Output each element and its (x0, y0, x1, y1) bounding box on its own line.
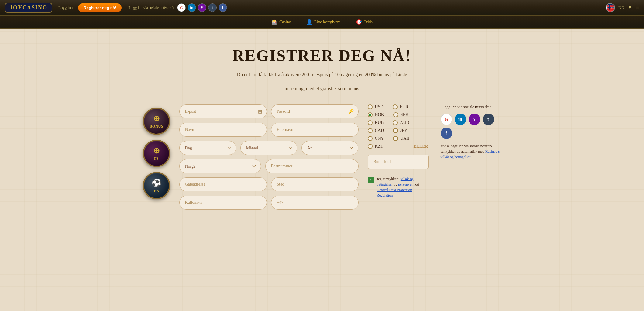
flag-icon[interactable]: 🇳🇴 (606, 3, 615, 12)
social-panel-right: "Logg inn via sosiale nettverk": G in Y … (441, 104, 501, 210)
password-field[interactable] (271, 104, 359, 118)
currency-usd-label: USD (375, 104, 384, 109)
nav-arrow[interactable]: ▼ (628, 5, 632, 10)
email-field[interactable] (179, 104, 267, 118)
radio-uah[interactable] (393, 136, 398, 141)
email-wrapper: ▦ (179, 104, 267, 118)
social-google-icon[interactable]: G (441, 114, 452, 125)
fs-label: FS (154, 156, 159, 161)
radio-cad[interactable] (368, 128, 373, 133)
radio-cny[interactable] (368, 136, 373, 141)
city-field[interactable] (271, 177, 359, 191)
badge-fb[interactable]: ⚽ FB (143, 172, 170, 199)
kasinoets-link[interactable]: Kasinoets vilkår og betingelser (441, 149, 500, 159)
currency-sek[interactable]: SEK (393, 112, 408, 117)
radio-rub[interactable] (368, 120, 373, 125)
google-icon[interactable]: G (177, 3, 186, 12)
bonus-label: BONUS (150, 124, 163, 129)
facebook-icon[interactable]: f (219, 3, 227, 12)
phone-field[interactable] (271, 196, 359, 210)
subnav-kortgivere[interactable]: 👤 Ekte kortgivere (306, 19, 341, 25)
social-facebook-icon[interactable]: f (441, 128, 452, 139)
logo[interactable]: JOYCASINO (5, 3, 52, 13)
social-panel-title: "Logg inn via sosiale nettverk": (441, 104, 501, 109)
badge-fs[interactable]: ⊕ FS (143, 140, 170, 167)
currency-cad[interactable]: CAD (368, 128, 384, 133)
social-linkedin-icon[interactable]: in (455, 114, 466, 125)
currency-nok-label: NOK (375, 112, 384, 117)
page-subtitle-2: innsetning, med et gratisbet som bonus! (0, 85, 644, 93)
currency-row-2: NOK SEK (368, 112, 429, 117)
subnav-casino-label: Casino (279, 20, 291, 25)
password-wrapper: 🔑 (271, 104, 359, 118)
left-badges: ⊕ BONUS ⊕ FS ⚽ FB (143, 108, 170, 210)
firstname-field[interactable] (179, 123, 267, 137)
currency-row-1: USD EUR (368, 104, 429, 109)
currency-nok[interactable]: NOK (368, 112, 384, 117)
subnav-casino[interactable]: 🎰 Casino (271, 19, 291, 25)
badge-bonus[interactable]: ⊕ BONUS (143, 108, 170, 135)
social-yahoo-icon[interactable]: Y (469, 114, 480, 125)
fb-label: FB (154, 188, 159, 193)
radio-eur[interactable] (393, 104, 398, 109)
radio-kzt[interactable] (368, 144, 373, 149)
social-icons-panel: G in Y t f (441, 114, 501, 139)
register-button[interactable]: Registrer deg nå! (78, 3, 122, 12)
page-subtitle-1: Du er bare få klikk fra å aktivere 200 f… (0, 71, 644, 79)
currency-cny-label: CNY (375, 136, 384, 141)
currency-sek-label: SEK (401, 112, 408, 117)
tumblr-icon[interactable]: t (208, 3, 217, 12)
odds-icon: 🎯 (356, 19, 362, 25)
currency-row-6: KZT ELLER (368, 144, 429, 149)
month-select[interactable]: Måned (240, 141, 297, 155)
currency-row-4: CAD JPY (368, 128, 429, 133)
social-tumblr-icon[interactable]: t (483, 114, 494, 125)
currency-eur[interactable]: EUR (393, 104, 408, 109)
login-link[interactable]: Logg inn (58, 5, 73, 10)
currency-row-3: RUB AUD (368, 120, 429, 125)
currency-cny[interactable]: CNY (368, 136, 384, 141)
eller-label: ELLER (413, 144, 428, 149)
currency-aud-label: AUD (400, 120, 409, 125)
country-wrapper: Norge (179, 159, 261, 173)
terms-link-personvern[interactable]: personvern (398, 182, 414, 186)
currency-usd[interactable]: USD (368, 104, 384, 109)
linkedin-icon[interactable]: in (188, 3, 196, 12)
currency-uah[interactable]: UAH (393, 136, 409, 141)
currency-jpy[interactable]: JPY (393, 128, 407, 133)
form-container: ⊕ BONUS ⊕ FS ⚽ FB ▦ 🔑 (0, 104, 644, 210)
casino-icon: 🎰 (271, 19, 277, 25)
lastname-field[interactable] (271, 123, 359, 137)
country-select[interactable]: Norge (179, 159, 261, 173)
currency-kzt[interactable]: KZT (368, 144, 383, 149)
radio-nok[interactable] (368, 112, 373, 117)
terms-text: Jeg samtykker i vilkår og betingelser og… (377, 176, 429, 198)
bonus-icon: ⊕ (153, 114, 160, 123)
day-select[interactable]: Dag (179, 141, 236, 155)
currency-cad-label: CAD (375, 128, 384, 133)
terms-link-gdpr[interactable]: General Data Protection Regulation (377, 188, 412, 197)
fs-icon: ⊕ (153, 146, 160, 156)
hamburger-icon[interactable]: ≡ (636, 4, 639, 11)
nickname-field[interactable] (179, 196, 267, 210)
radio-aud[interactable] (393, 120, 398, 125)
year-select[interactable]: År (301, 141, 358, 155)
currency-row-5: CNY UAH (368, 136, 429, 141)
terms-checkbox[interactable]: ✓ (368, 177, 374, 183)
currency-eur-label: EUR (400, 104, 408, 109)
subnav-odds-label: Odds (364, 20, 373, 25)
postalcode-field[interactable] (265, 159, 359, 173)
subnav-odds[interactable]: 🎯 Odds (356, 19, 373, 25)
month-wrapper: Måned (240, 141, 297, 155)
currency-jpy-label: JPY (400, 128, 407, 133)
currency-aud[interactable]: AUD (393, 120, 409, 125)
street-field[interactable] (179, 177, 267, 191)
terms-row: ✓ Jeg samtykker i vilkår og betingelser … (368, 176, 429, 198)
yahoo-icon[interactable]: Y (198, 3, 206, 12)
radio-jpy[interactable] (393, 128, 398, 133)
radio-sek[interactable] (393, 112, 398, 117)
top-nav: JOYCASINO Logg inn Registrer deg nå! "Lo… (0, 0, 644, 16)
bonus-code-field[interactable] (368, 155, 429, 169)
radio-usd[interactable] (368, 104, 373, 109)
currency-rub[interactable]: RUB (368, 120, 384, 125)
